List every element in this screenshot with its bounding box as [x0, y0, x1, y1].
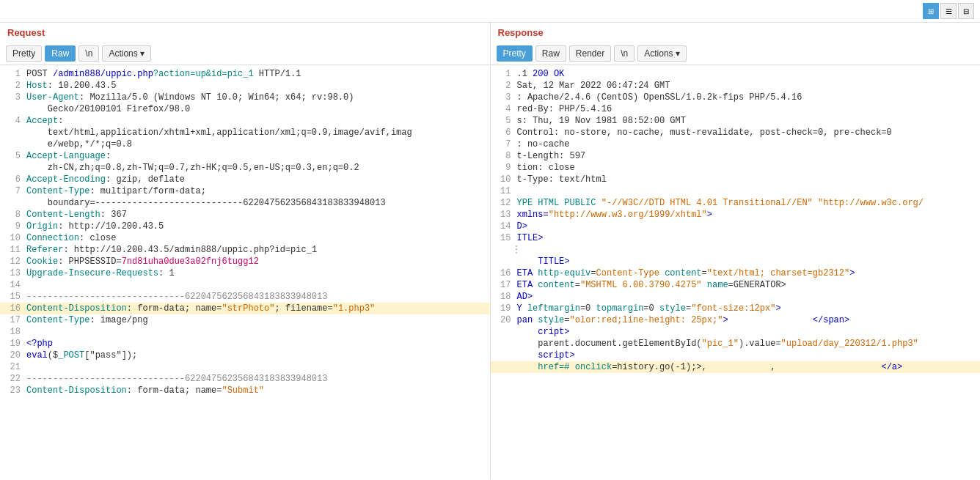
line-number: 13 [3, 267, 21, 279]
line-content: ETA content="MSHTML 6.00.3790.4275" name… [517, 279, 978, 291]
line-content: parent.document.getElementById("pic_1").… [517, 338, 978, 350]
line-content: <?php [26, 338, 487, 350]
line-content: href=# onclick=history.go(-1);>, , </a> [517, 361, 978, 373]
line-number: 20 [494, 314, 511, 326]
request-line: 17Content-Type: image/png [0, 314, 490, 326]
line-number [494, 326, 511, 338]
request-line-continuation: text/html,application/xhtml+xml,applicat… [0, 127, 490, 150]
line-content: Content-Type: multipart/form-data; [26, 185, 487, 197]
split-view-btn[interactable]: ⊟ [958, 3, 974, 19]
response-line: 9tion: close [491, 162, 981, 174]
line-number: 23 [3, 385, 21, 396]
line-number: 15 [3, 291, 21, 303]
request-line: 8Content-Length: 367 [0, 209, 490, 221]
request-line: 13Upgrade-Insecure-Requests: 1 [0, 267, 490, 279]
line-number: 4 [494, 103, 511, 115]
response-line: ⋮ [491, 244, 981, 256]
line-number: 7 [3, 185, 21, 197]
line-number: 10 [494, 174, 511, 185]
line-content: ------------------------------6220475623… [26, 373, 487, 385]
line-content: Y leftmargin=0 topmargin=0 style="font-s… [517, 303, 978, 314]
line-number: 18 [494, 291, 511, 303]
request-line: 7Content-Type: multipart/form-data; [0, 185, 490, 197]
line-number: 8 [494, 150, 511, 162]
line-content: TITLE> [517, 256, 978, 267]
response-line: 2Sat, 12 Mar 2022 06:47:24 GMT [491, 80, 981, 92]
line-content: : Apache/2.4.6 (CentOS) OpenSSL/1.0.2k-f… [517, 92, 978, 103]
line-number: 10 [3, 232, 21, 244]
line-content [26, 326, 487, 338]
request-line: 9Origin: http://10.200.43.5 [0, 221, 490, 232]
line-number: 8 [3, 209, 21, 221]
request-line: 14 [0, 279, 490, 291]
line-content: Host: 10.200.43.5 [26, 80, 487, 92]
response-line: 17ETA content="MSHTML 6.00.3790.4275" na… [491, 279, 981, 291]
line-content: YPE HTML PUBLIC "-//W3C//DTD HTML 4.01 T… [517, 197, 978, 209]
request-line: 1POST /admin888/uppic.php?action=up&id=p… [0, 68, 490, 80]
list-view-btn[interactable]: ☰ [940, 3, 957, 19]
grid-view-btn[interactable]: ⊞ [923, 3, 939, 19]
line-content: pan style="olor:red;line-height: 25px;">… [517, 314, 978, 326]
line-content: Accept: [26, 115, 487, 127]
line-number: 22 [3, 373, 21, 385]
line-number: 21 [3, 361, 21, 373]
response-panel: Response Pretty Raw Render \n Actions ▾ … [491, 23, 981, 479]
request-pretty-tab[interactable]: Pretty [6, 45, 42, 62]
response-line: 8t-Length: 597 [491, 150, 981, 162]
response-raw-tab[interactable]: Raw [535, 45, 566, 62]
line-number: 19 [494, 303, 511, 314]
response-line: script> [491, 350, 981, 361]
response-pretty-tab[interactable]: Pretty [497, 45, 533, 62]
line-content: boundary=----------------------------622… [26, 197, 487, 209]
response-render-tab[interactable]: Render [569, 45, 611, 62]
request-actions-btn[interactable]: Actions ▾ [102, 45, 150, 62]
response-line: 12YPE HTML PUBLIC "-//W3C//DTD HTML 4.01… [491, 197, 981, 209]
line-content: zh-CN,zh;q=0.8,zh-TW;q=0.7,zh-HK;q=0.5,e… [26, 162, 487, 174]
line-content: Accept-Language: [26, 150, 487, 162]
request-line-continuation: zh-CN,zh;q=0.8,zh-TW;q=0.7,zh-HK;q=0.5,e… [0, 162, 490, 174]
line-content: ETA http-equiv=Content-Type content="tex… [517, 267, 978, 279]
line-number: 18 [3, 326, 21, 338]
request-line-continuation: boundary=----------------------------622… [0, 197, 490, 209]
line-number: 14 [494, 221, 511, 232]
line-content: Content-Disposition: form-data; name="Su… [26, 385, 487, 396]
line-number: 9 [494, 162, 511, 174]
line-number: 16 [494, 267, 511, 279]
line-content: ITLE> [517, 232, 978, 244]
response-line: TITLE> [491, 256, 981, 267]
view-icons: ⊞ ☰ ⊟ [923, 3, 974, 19]
response-newline-tab[interactable]: \n [614, 45, 635, 62]
request-line: 21 [0, 361, 490, 373]
line-number [494, 338, 511, 350]
line-number: 7 [494, 139, 511, 150]
response-title: Response [491, 23, 981, 43]
line-number: 20 [3, 350, 21, 361]
response-actions-label: Actions [644, 48, 673, 59]
request-line: 3User-Agent: Mozilla/5.0 (Windows NT 10.… [0, 92, 490, 103]
line-number [3, 197, 21, 209]
line-number: 9 [3, 221, 21, 232]
request-panel: Request Pretty Raw \n Actions ▾ 1POST /a… [0, 23, 491, 479]
line-content: Referer: http://10.200.43.5/admin888/upp… [26, 244, 487, 256]
line-number [494, 350, 511, 361]
line-number [3, 103, 21, 115]
response-line: 19Y leftmargin=0 topmargin=0 style="font… [491, 303, 981, 314]
request-newline-tab[interactable]: \n [78, 45, 99, 62]
response-line: 18AD> [491, 291, 981, 303]
request-raw-tab[interactable]: Raw [45, 45, 76, 62]
line-number: 5 [494, 115, 511, 127]
line-number: 12 [3, 256, 21, 267]
line-number: 16 [3, 303, 21, 314]
line-content: Origin: http://10.200.43.5 [26, 221, 487, 232]
response-line: parent.document.getElementById("pic_1").… [491, 338, 981, 350]
line-content: Connection: close [26, 232, 487, 244]
request-line: 16Content-Disposition: form-data; name="… [0, 303, 490, 314]
panels: Request Pretty Raw \n Actions ▾ 1POST /a… [0, 23, 980, 479]
line-number: 11 [3, 244, 21, 256]
response-line: href=# onclick=history.go(-1);>, , </a> [491, 361, 981, 373]
response-actions-btn[interactable]: Actions ▾ [637, 45, 686, 62]
line-number: 15 [494, 232, 511, 244]
line-content [517, 185, 978, 197]
line-number: 14 [3, 279, 21, 291]
line-content: Sat, 12 Mar 2022 06:47:24 GMT [517, 80, 978, 92]
